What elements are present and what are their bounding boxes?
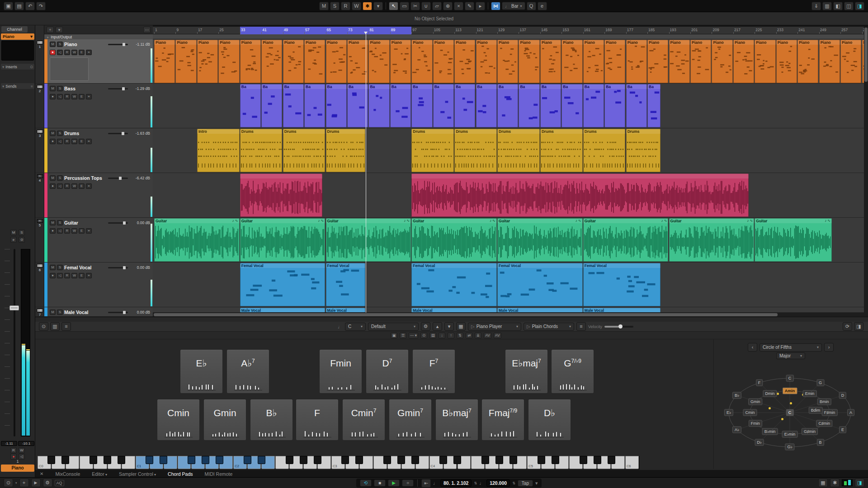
track-solo-button[interactable]: S bbox=[57, 42, 63, 47]
inserts-section[interactable]: ▾ Inserts ⊙ bbox=[1, 64, 34, 70]
draw-tool[interactable]: ✎ bbox=[465, 2, 474, 10]
monitor-button[interactable]: ◁ bbox=[57, 228, 63, 234]
clip-guitar[interactable]: Guitar♪ ∿ bbox=[583, 218, 669, 262]
track-mute-button[interactable]: M bbox=[50, 220, 56, 225]
cof-inner-b-min[interactable]: B♭min bbox=[762, 428, 778, 435]
clip-piano[interactable]: Piano bbox=[583, 40, 604, 83]
clip-bass[interactable]: Ba bbox=[540, 84, 561, 127]
track-solo-button[interactable]: S bbox=[57, 175, 63, 181]
pads-settings-icon[interactable]: ⚙ bbox=[421, 322, 430, 331]
clip-piano[interactable]: Piano bbox=[776, 40, 797, 83]
chord-pad-cmin[interactable]: Cmin bbox=[157, 399, 200, 441]
cof-inner-amin[interactable]: Amin bbox=[783, 388, 797, 394]
erase-tool[interactable]: ▱ bbox=[432, 2, 442, 10]
cof-extra-bdim[interactable]: Bdim bbox=[809, 407, 823, 414]
black-key[interactable] bbox=[608, 456, 615, 464]
track-e-button[interactable]: E bbox=[79, 50, 85, 55]
tempo-display[interactable]: 120.000 bbox=[486, 479, 510, 487]
track-e-button[interactable]: E bbox=[79, 183, 85, 189]
cof-inner-bmin[interactable]: Bmin bbox=[817, 399, 831, 405]
black-key[interactable] bbox=[481, 456, 489, 464]
track-row-guitar[interactable]: MSGuitar0.00 dB●◁RWE≡ bbox=[44, 218, 153, 263]
cof-outer-g[interactable]: G♭ bbox=[785, 444, 794, 450]
track-r-button[interactable]: R bbox=[64, 183, 70, 189]
track-picture[interactable] bbox=[50, 57, 89, 81]
cof-outer-b[interactable]: B bbox=[816, 439, 824, 446]
black-key[interactable] bbox=[495, 456, 503, 464]
cof-inner-fmin[interactable]: Fmin bbox=[749, 420, 762, 427]
monitor-button[interactable]: ◁ bbox=[57, 183, 63, 189]
record-arm-button[interactable]: ● bbox=[50, 228, 56, 234]
black-key[interactable] bbox=[538, 456, 545, 464]
pads-down-icon[interactable]: ▾ bbox=[444, 322, 454, 331]
cof-outer-a[interactable]: A♭ bbox=[732, 427, 741, 433]
clip-piano[interactable]: Piano bbox=[647, 40, 668, 83]
clip-bass[interactable]: Ba bbox=[411, 84, 432, 127]
panel-toggle-icon[interactable]: ◨ bbox=[854, 322, 863, 331]
clip-bass[interactable]: Ba bbox=[326, 84, 347, 127]
track-row-piano[interactable]: MSPiano-1.11 dB●◁RWE≡ bbox=[44, 39, 153, 84]
clip-piano[interactable]: Piano bbox=[819, 40, 840, 83]
velocity-slider[interactable] bbox=[604, 326, 633, 328]
close-lower-zone-icon[interactable]: ✕ bbox=[40, 471, 43, 476]
track-w-button[interactable]: W bbox=[71, 273, 77, 278]
track-row-male-vocal[interactable]: MSMale Vocal0.00 dB●◁RWE≡ bbox=[44, 307, 153, 317]
tab-sampler-control[interactable]: Sampler Control ▾ bbox=[119, 471, 156, 477]
black-key[interactable] bbox=[355, 456, 363, 464]
timeline-ruler[interactable]: 1917253341495765738189971051131211291371… bbox=[153, 27, 868, 34]
clip-drums[interactable]: Drums bbox=[583, 129, 626, 172]
clip-male-vocal[interactable]: Male Vocal bbox=[583, 308, 660, 313]
clip-piano[interactable]: Piano bbox=[626, 40, 647, 83]
clip-piano[interactable]: Piano bbox=[840, 40, 861, 83]
pads-up-icon[interactable]: ▴ bbox=[433, 322, 442, 331]
sends-section[interactable]: ▾ Sends ≡ bbox=[1, 83, 34, 89]
clip-bass[interactable]: Ba bbox=[519, 84, 539, 127]
adaptive-voicing-icon[interactable]: AV bbox=[494, 333, 501, 338]
chord-pad-fmaj7-9[interactable]: Fmaj7/9 bbox=[481, 399, 524, 441]
track-extra-button[interactable]: ≡ bbox=[86, 139, 92, 144]
cof-inner-f-min[interactable]: F♯min bbox=[822, 409, 838, 416]
clip-piano[interactable]: Piano bbox=[368, 40, 389, 83]
channel-eq-display[interactable] bbox=[1, 41, 34, 61]
play-button[interactable]: ▶ bbox=[388, 479, 400, 487]
clip-guitar[interactable]: Guitar♪ ∿ bbox=[326, 218, 411, 262]
track-mute-button[interactable]: M bbox=[50, 265, 56, 270]
channel-mute-button[interactable]: M bbox=[10, 230, 17, 235]
length-dropdown[interactable]: — ▾ bbox=[409, 333, 418, 338]
track-extra-button[interactable]: ≡ bbox=[86, 50, 92, 55]
black-key[interactable] bbox=[90, 456, 97, 464]
chord-pad-g7-9[interactable]: G7/♭9 bbox=[551, 349, 594, 394]
clip-guitar[interactable]: Guitar♪ ∿ bbox=[411, 218, 497, 262]
redo-icon[interactable]: ↷ bbox=[36, 2, 46, 10]
clip-piano[interactable]: Piano bbox=[283, 40, 304, 83]
select-tool[interactable]: ↖ bbox=[389, 2, 398, 10]
clip-percussion-tops[interactable] bbox=[240, 174, 323, 217]
track-mute-button[interactable]: M bbox=[50, 86, 56, 91]
clip-piano[interactable]: Piano bbox=[154, 40, 175, 83]
root-key-dropdown[interactable]: C▾ bbox=[345, 323, 366, 331]
global-m-button[interactable]: M bbox=[319, 2, 329, 10]
mute-tool[interactable]: × bbox=[454, 2, 463, 10]
record-arm-button[interactable]: ● bbox=[50, 50, 56, 55]
track-extra-button[interactable]: ≡ bbox=[86, 94, 92, 99]
fader-value[interactable]: -1.11 bbox=[1, 441, 17, 446]
snap-button[interactable]: ⋈ bbox=[491, 2, 500, 10]
black-key[interactable] bbox=[244, 456, 251, 464]
chord-pad-a-7[interactable]: A♭7 bbox=[226, 349, 269, 394]
clip-percussion-tops[interactable] bbox=[411, 174, 749, 217]
cof-inner-dmin[interactable]: Dmin bbox=[763, 390, 777, 397]
track-volume-slider[interactable] bbox=[108, 267, 128, 268]
tools-icon[interactable]: ⚙ bbox=[43, 479, 52, 487]
black-key[interactable] bbox=[439, 456, 447, 464]
clip-guitar[interactable]: Guitar♪ ∿ bbox=[240, 218, 326, 262]
channel-track-name[interactable]: Piano ▾ bbox=[1, 33, 34, 40]
track-mute-button[interactable]: M bbox=[50, 175, 56, 181]
clip-piano[interactable]: Piano bbox=[755, 40, 775, 83]
clip-drums[interactable]: Drums bbox=[283, 129, 326, 172]
track-extra-button[interactable]: ≡ bbox=[86, 273, 92, 278]
clip-piano[interactable]: Piano bbox=[218, 40, 239, 83]
track-e-button[interactable]: E bbox=[79, 273, 85, 278]
pads-rows-icon[interactable]: ☰ bbox=[400, 333, 406, 338]
track-solo-button[interactable]: S bbox=[57, 86, 63, 91]
track-r-button[interactable]: R bbox=[64, 139, 70, 144]
